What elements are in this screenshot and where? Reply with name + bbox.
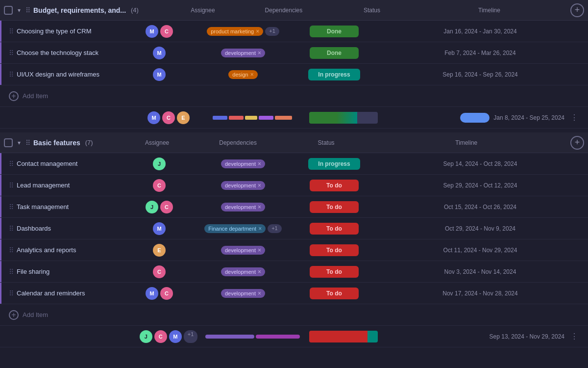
avatar: J: [153, 158, 166, 170]
summary-plus-badge: +1: [184, 330, 198, 343]
row-accent: [0, 21, 1, 42]
avatar: C: [160, 201, 173, 213]
task-status: To do: [295, 288, 373, 299]
task-row: ⠿ Lead management C development × To do …: [0, 175, 588, 196]
dep-tag[interactable]: +1: [265, 27, 279, 36]
summary-date: Jan 8, 2024 - Sep 25, 2024: [493, 114, 564, 121]
section-count: (4): [131, 6, 139, 14]
task-assignees: C: [127, 265, 191, 278]
summary-status: [304, 112, 383, 124]
task-deps: product marketing ×+1: [194, 27, 292, 36]
avatar: M: [146, 287, 158, 300]
status-badge[interactable]: To do: [310, 201, 359, 213]
task-drag-handle[interactable]: ⠿: [9, 203, 14, 211]
dep-tag[interactable]: development ×: [221, 181, 265, 190]
status-badge[interactable]: To do: [310, 180, 359, 191]
dep-tag[interactable]: design ×: [228, 70, 257, 79]
task-drag-handle[interactable]: ⠿: [9, 289, 14, 297]
task-deps: development ×: [194, 49, 292, 57]
col-header-status: Status: [333, 7, 411, 14]
task-drag-handle[interactable]: ⠿: [9, 160, 14, 168]
col-header-deps: Dependencies: [235, 7, 333, 14]
more-options-icon[interactable]: ⋮: [568, 330, 580, 343]
add-column-button[interactable]: +: [570, 136, 584, 150]
mini-dep-bar: [259, 116, 273, 120]
add-item-row[interactable]: + Add Item: [0, 85, 588, 107]
summary-date: Sep 13, 2024 - Nov 29, 2024: [490, 333, 564, 340]
task-name: Lead management: [17, 182, 124, 189]
task-deps: design ×: [194, 70, 292, 79]
task-deps: development ×: [194, 181, 292, 190]
status-badge[interactable]: To do: [310, 244, 359, 256]
avatar: J: [146, 201, 158, 213]
status-badge[interactable]: In progress: [308, 158, 360, 170]
task-assignees: J: [127, 158, 191, 170]
add-column-button[interactable]: +: [570, 3, 584, 17]
summary-timeline: Jan 8, 2024 - Sep 25, 2024 ⋮: [386, 111, 584, 124]
summary-deps: [203, 116, 301, 120]
task-status: To do: [295, 244, 373, 256]
task-status: To do: [295, 266, 373, 278]
dep-tag[interactable]: development ×: [221, 267, 265, 276]
summary-assignees: MCE: [137, 111, 200, 124]
section-checkbox[interactable]: [4, 6, 13, 15]
status-badge[interactable]: Done: [310, 47, 359, 59]
section-chevron[interactable]: ▾: [16, 138, 23, 147]
row-accent: [0, 42, 1, 63]
section-drag-handle[interactable]: ⠿: [25, 139, 30, 147]
timeline-text: Sep 14, 2024 - Oct 28, 2024: [443, 160, 517, 167]
timeline-text: Nov 17, 2024 - Nov 28, 2024: [442, 290, 517, 297]
more-options-icon[interactable]: ⋮: [568, 111, 580, 124]
dep-tag[interactable]: development ×: [221, 289, 265, 298]
summary-avatar: E: [177, 111, 190, 124]
section-title: Basic features: [33, 139, 80, 147]
mini-dep-bar: [229, 116, 244, 120]
avatar: C: [153, 179, 166, 192]
row-accent: [0, 196, 1, 217]
dep-tag[interactable]: development ×: [221, 159, 265, 168]
section-drag-handle[interactable]: ⠿: [25, 6, 30, 14]
dep-tag[interactable]: Finance department ×: [204, 224, 266, 233]
mini-dep-bar: [275, 116, 292, 120]
summary-avatar: C: [154, 330, 167, 343]
task-drag-handle[interactable]: ⠿: [9, 27, 14, 35]
summary-status: [304, 331, 383, 342]
status-badge[interactable]: To do: [310, 223, 359, 235]
task-deps: development ×: [194, 289, 292, 298]
task-drag-handle[interactable]: ⠿: [9, 246, 14, 254]
task-timeline: Oct 15, 2024 - Oct 26, 2024: [376, 204, 584, 210]
task-row: ⠿ Task management JC development × To do…: [0, 196, 588, 218]
timeline-text: Oct 15, 2024 - Oct 26, 2024: [444, 204, 516, 210]
add-item-row[interactable]: + Add Item: [0, 304, 588, 326]
task-drag-handle[interactable]: ⠿: [9, 268, 14, 276]
row-accent: [0, 283, 1, 304]
task-drag-handle[interactable]: ⠿: [9, 182, 14, 189]
task-assignees: JC: [127, 201, 191, 213]
status-badge[interactable]: To do: [310, 288, 359, 299]
task-drag-handle[interactable]: ⠿: [9, 49, 14, 57]
dep-tag[interactable]: development ×: [221, 246, 265, 255]
status-badge[interactable]: Done: [310, 26, 359, 37]
status-badge[interactable]: In progress: [308, 69, 360, 80]
section-chevron[interactable]: ▾: [16, 6, 23, 15]
avatar: C: [153, 265, 166, 278]
dep-tag[interactable]: development ×: [221, 49, 265, 57]
task-drag-handle[interactable]: ⠿: [9, 225, 14, 233]
task-assignees: M: [127, 47, 191, 59]
task-assignees: MC: [127, 287, 191, 300]
task-drag-handle[interactable]: ⠿: [9, 71, 14, 79]
summary-row: JCM+1 Sep 13, 2024 - Nov 29, 2024 ⋮: [0, 326, 588, 347]
row-accent: [0, 218, 1, 239]
status-badge[interactable]: To do: [310, 266, 359, 278]
section-section2: ▾ ⠿ Basic features (7) Assignee Dependen…: [0, 132, 588, 347]
task-row: ⠿ Choose the technology stack M developm…: [0, 42, 588, 64]
task-deps: Finance department ×+1: [194, 224, 292, 233]
col-header-deps: Dependencies: [189, 139, 287, 146]
dep-tag[interactable]: +1: [268, 224, 282, 233]
add-item-icon: +: [9, 91, 19, 101]
dep-tag[interactable]: development ×: [221, 203, 265, 211]
task-timeline: Sep 16, 2024 - Sep 26, 2024: [376, 71, 584, 78]
section-checkbox[interactable]: [4, 138, 13, 147]
dep-tag[interactable]: product marketing ×: [207, 27, 263, 36]
task-status: To do: [295, 223, 373, 235]
